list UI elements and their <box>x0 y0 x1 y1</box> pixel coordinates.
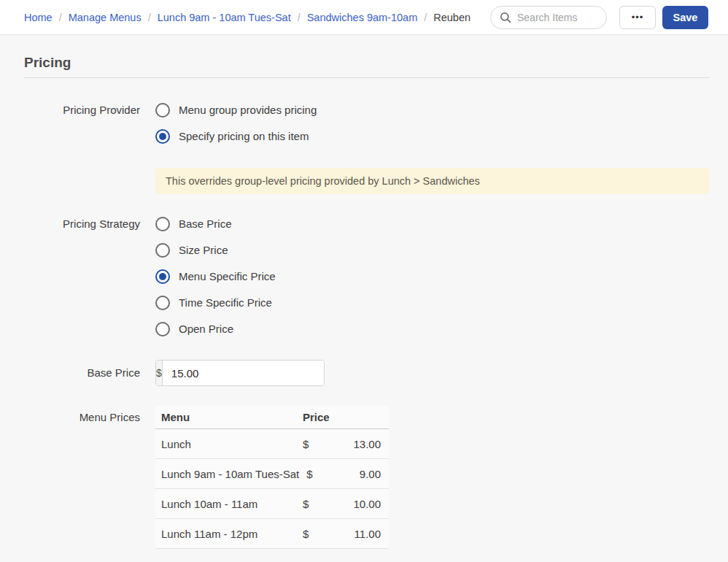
column-header-price: Price <box>295 411 389 423</box>
table-row[interactable]: Lunch 9am - 10am Tues-Sat $ 9.00 <box>155 459 389 489</box>
search-input[interactable] <box>517 12 599 23</box>
radio-button-icon[interactable] <box>155 296 170 310</box>
breadcrumb-separator: / <box>424 12 427 23</box>
radio-button-icon[interactable] <box>155 243 170 258</box>
search-box[interactable] <box>490 6 607 29</box>
pricing-page: Pricing Pricing Provider Menu group prov… <box>0 35 728 549</box>
pricing-provider-label: Pricing Provider <box>24 103 140 118</box>
radio-base-price[interactable]: Base Price <box>155 217 276 231</box>
breadcrumb-separator: / <box>59 12 62 23</box>
radio-open-price[interactable]: Open Price <box>155 322 276 336</box>
radio-option-label: Open Price <box>179 322 233 336</box>
menu-name-cell: Lunch 9am - 10am Tues-Sat <box>155 468 299 480</box>
breadcrumb-group[interactable]: Sandwiches 9am-10am <box>307 12 418 23</box>
radio-menu-specific-price[interactable]: Menu Specific Price <box>155 269 276 284</box>
page-title: Pricing <box>24 55 710 71</box>
menu-name-cell: Lunch 10am - 11am <box>155 498 295 510</box>
base-price-label: Base Price <box>24 360 140 386</box>
menu-name-cell: Lunch <box>155 438 295 450</box>
breadcrumb-separator: / <box>298 12 301 23</box>
top-bar: Home / Manage Menus / Lunch 9am - 10am T… <box>0 0 728 35</box>
topbar-actions: ••• Save <box>490 6 708 29</box>
radio-option-label: Base Price <box>179 217 232 231</box>
override-notice-row: This overrides group-level pricing provi… <box>24 168 710 194</box>
radio-option-label: Specify pricing on this item <box>179 129 309 144</box>
price-cell: 9.00 <box>333 468 389 480</box>
table-row[interactable]: Lunch 10am - 11am $ 10.00 <box>155 489 389 519</box>
menu-prices-label: Menu Prices <box>24 406 140 429</box>
menu-prices-row: Menu Prices Menu Price Lunch $ 13.00 Lun… <box>24 406 710 549</box>
radio-button-icon[interactable] <box>155 103 170 118</box>
radio-option-label: Size Price <box>179 243 228 258</box>
pricing-provider-row: Pricing Provider Menu group provides pri… <box>24 103 710 144</box>
currency-cell: $ <box>295 498 330 510</box>
table-row[interactable]: Lunch 11am - 12pm $ 11.00 <box>155 519 389 549</box>
price-cell: 10.00 <box>330 498 389 510</box>
base-price-input-group: $ <box>155 360 325 386</box>
radio-button-icon[interactable] <box>155 129 170 144</box>
radio-menu-group-provides-pricing[interactable]: Menu group provides pricing <box>155 103 317 118</box>
currency-symbol-addon: $ <box>156 361 163 385</box>
breadcrumb-current-item: Reuben <box>433 12 471 23</box>
menu-prices-table: Menu Price Lunch $ 13.00 Lunch 9am - 10a… <box>155 406 389 549</box>
pricing-strategy-label: Pricing Strategy <box>24 217 140 231</box>
currency-cell: $ <box>295 528 330 540</box>
radio-button-icon[interactable] <box>155 217 170 231</box>
radio-button-icon[interactable] <box>155 322 170 336</box>
pricing-strategy-radio-group: Base Price Size Price Menu Specific Pric… <box>155 217 276 336</box>
breadcrumb-menu[interactable]: Lunch 9am - 10am Tues-Sat <box>158 12 291 23</box>
section-divider <box>24 77 710 78</box>
override-notice-banner: This overrides group-level pricing provi… <box>155 168 710 194</box>
base-price-input[interactable] <box>163 361 325 385</box>
radio-option-label: Time Specific Price <box>179 296 272 310</box>
currency-cell: $ <box>295 438 330 450</box>
pricing-provider-radio-group: Menu group provides pricing Specify pric… <box>155 103 317 144</box>
breadcrumb-separator: / <box>148 12 151 23</box>
price-cell: 11.00 <box>330 528 389 540</box>
search-icon <box>500 12 511 23</box>
table-row[interactable]: Lunch $ 13.00 <box>155 429 389 459</box>
base-price-row: Base Price $ <box>24 360 710 386</box>
save-button[interactable]: Save <box>662 6 708 29</box>
currency-cell: $ <box>299 468 333 480</box>
radio-size-price[interactable]: Size Price <box>155 243 276 258</box>
radio-time-specific-price[interactable]: Time Specific Price <box>155 296 276 310</box>
more-options-button[interactable]: ••• <box>619 6 656 29</box>
column-header-menu: Menu <box>155 411 295 423</box>
breadcrumb-manage-menus[interactable]: Manage Menus <box>69 12 142 23</box>
radio-option-label: Menu Specific Price <box>179 269 276 284</box>
breadcrumb: Home / Manage Menus / Lunch 9am - 10am T… <box>24 12 471 23</box>
breadcrumb-home[interactable]: Home <box>24 12 53 23</box>
menu-name-cell: Lunch 11am - 12pm <box>155 528 295 540</box>
radio-specify-pricing-on-item[interactable]: Specify pricing on this item <box>155 129 317 144</box>
price-cell: 13.00 <box>330 438 389 450</box>
pricing-strategy-row: Pricing Strategy Base Price Size Price M… <box>24 217 710 336</box>
radio-button-icon[interactable] <box>155 269 170 284</box>
table-header-row: Menu Price <box>155 406 389 429</box>
radio-option-label: Menu group provides pricing <box>179 103 317 118</box>
